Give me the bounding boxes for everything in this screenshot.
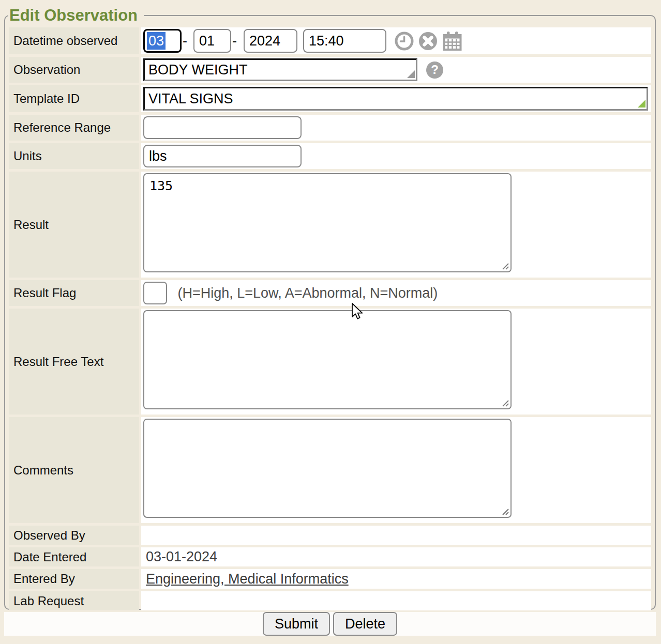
delete-button[interactable]: Delete	[333, 612, 397, 636]
row-units: Units	[9, 143, 651, 169]
date-entered-label: Date Entered	[9, 547, 139, 566]
result-flag-hint: (H=High, L=Low, A=Abnormal, N=Normal)	[178, 285, 438, 301]
lab-request-label: Lab Request	[9, 591, 139, 610]
row-datetime-observed: Datetime observed 03 - -	[9, 27, 651, 54]
row-result-free-text: Result Free Text	[9, 309, 651, 415]
comments-label: Comments	[9, 417, 139, 523]
row-observation: Observation ?	[9, 57, 651, 83]
entered-by-label: Entered By	[9, 569, 139, 589]
result-flag-label: Result Flag	[9, 280, 139, 306]
day-input[interactable]	[193, 29, 231, 53]
reference-range-label: Reference Range	[9, 115, 139, 141]
clock-icon[interactable]	[395, 32, 414, 51]
result-free-text-textarea[interactable]	[143, 310, 512, 409]
submit-button[interactable]: Submit	[263, 612, 330, 636]
month-input-selected-text: 03	[147, 32, 166, 50]
combo-resize-corner	[407, 70, 415, 78]
template-id-input[interactable]	[143, 87, 648, 111]
row-date-entered: Date Entered 03-01-2024	[9, 547, 651, 566]
reference-range-input[interactable]	[143, 116, 302, 139]
lab-request-value	[143, 593, 146, 608]
help-icon[interactable]: ?	[426, 62, 443, 79]
row-lab-request: Lab Request	[9, 591, 651, 610]
template-id-label: Template ID	[9, 85, 139, 112]
datetime-observed-label: Datetime observed	[9, 27, 139, 54]
row-observed-by: Observed By	[9, 526, 651, 545]
help-icon-glyph: ?	[431, 63, 439, 77]
row-result: Result 135	[9, 172, 651, 278]
date-separator: -	[183, 33, 187, 49]
date-entered-value: 03-01-2024	[143, 549, 217, 564]
clear-icon[interactable]	[418, 32, 438, 51]
date-separator: -	[232, 33, 237, 49]
template-resize-corner	[638, 100, 645, 108]
observed-by-label: Observed By	[9, 526, 139, 545]
year-input[interactable]	[244, 29, 297, 53]
result-free-text-label: Result Free Text	[9, 309, 139, 415]
month-input[interactable]: 03	[143, 29, 182, 53]
result-textarea[interactable]: 135	[143, 173, 512, 272]
result-flag-input[interactable]	[143, 282, 167, 304]
entered-by-link[interactable]: Engineering, Medical Informatics	[143, 571, 349, 587]
observation-form-table: Datetime observed 03 - -	[7, 25, 653, 613]
units-input[interactable]	[143, 145, 302, 167]
observation-input[interactable]	[143, 58, 417, 81]
form-actions-bar: Submit Delete	[4, 612, 656, 636]
edit-observation-fieldset: Edit Observation Datetime observed 03 - …	[4, 6, 656, 610]
row-result-flag: Result Flag (H=High, L=Low, A=Abnormal, …	[9, 280, 651, 306]
page-title: Edit Observation	[8, 6, 144, 25]
row-template-id: Template ID	[9, 85, 651, 112]
calendar-icon[interactable]	[442, 32, 462, 51]
observed-by-value	[143, 527, 146, 543]
row-entered-by: Entered By Engineering, Medical Informat…	[9, 569, 651, 589]
row-reference-range: Reference Range	[9, 115, 651, 141]
comments-textarea[interactable]	[143, 419, 512, 518]
row-comments: Comments	[9, 417, 651, 523]
observation-label: Observation	[9, 57, 139, 83]
time-input[interactable]	[303, 29, 386, 53]
result-label: Result	[9, 172, 139, 278]
units-label: Units	[9, 143, 139, 169]
